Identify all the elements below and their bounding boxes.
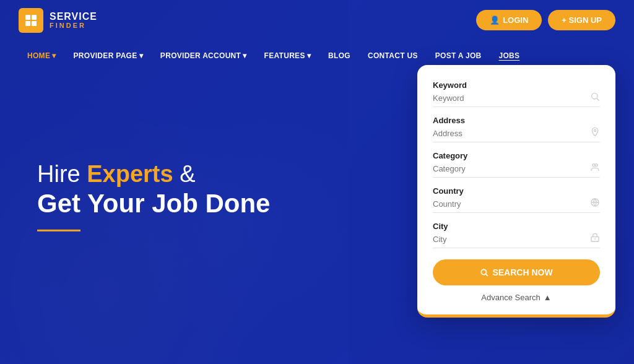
search-btn-label: SEARCH NOW (492, 267, 552, 277)
country-input[interactable] (433, 198, 590, 210)
hero-title-line2: Get Your Job Done (37, 189, 270, 219)
login-icon: 👤 (490, 15, 500, 25)
city-label: City (433, 222, 600, 231)
svg-line-5 (597, 98, 599, 101)
hero-prefix: Hire (37, 161, 87, 187)
category-field: Category (433, 151, 600, 178)
nav-jobs[interactable]: JOBS (490, 48, 529, 64)
signup-button[interactable]: + SIGN UP (548, 10, 615, 30)
advance-search-label: Advance Search (481, 293, 540, 302)
search-card: Keyword Address (417, 65, 615, 318)
keyword-label: Keyword (433, 80, 600, 90)
advance-search-link[interactable]: Advance Search ▲ (433, 293, 600, 302)
address-label: Address (433, 116, 600, 125)
nav-home-label: HOME (27, 51, 50, 60)
keyword-input-wrap (433, 92, 600, 107)
signup-label: + SIGN UP (562, 15, 602, 25)
svg-line-13 (486, 274, 488, 276)
hero-divider (37, 230, 80, 232)
search-btn-icon (480, 268, 489, 277)
svg-point-12 (482, 269, 487, 274)
category-input-wrap (433, 162, 600, 178)
nav-features[interactable]: FEATURES ▾ (256, 48, 320, 64)
header: SERVICE FINDER 👤 LOGIN + SIGN UP (0, 0, 634, 40)
nav-jobs-label: JOBS (499, 51, 520, 60)
city-icon (590, 233, 600, 245)
login-button[interactable]: 👤 LOGIN (476, 10, 542, 30)
nav-provider-account-label: PROVIDER ACCOUNT (160, 51, 241, 60)
nav-post-job-label: POST A JOB (435, 51, 482, 60)
hero-suffix: & (173, 161, 196, 187)
header-buttons: 👤 LOGIN + SIGN UP (476, 10, 615, 30)
nav-provider-account[interactable]: PROVIDER ACCOUNT ▾ (152, 48, 256, 64)
hero-title-line1: Hire Experts & (37, 161, 270, 188)
svg-point-6 (594, 129, 596, 131)
search-now-button[interactable]: SEARCH NOW (433, 259, 600, 285)
svg-rect-3 (32, 21, 37, 26)
nav-home[interactable]: HOME ▾ (19, 48, 65, 64)
svg-rect-2 (25, 21, 30, 26)
nav-blog[interactable]: BLOG (319, 48, 359, 64)
advance-search-icon: ▲ (544, 293, 552, 302)
svg-point-8 (595, 164, 597, 167)
logo-finder-text: FINDER (50, 22, 97, 29)
hero-section: SERVICE FINDER 👤 LOGIN + SIGN UP HOME ▾ … (0, 0, 634, 364)
category-label: Category (433, 151, 600, 160)
hero-content: Hire Experts & Get Your Job Done (37, 161, 270, 232)
nav-contact-label: CONTACT US (368, 51, 418, 60)
city-field: City (433, 222, 600, 248)
logo-icon (19, 8, 43, 33)
keyword-input[interactable] (433, 92, 590, 104)
svg-rect-0 (25, 15, 30, 20)
nav-home-chevron: ▾ (52, 51, 56, 60)
nav-provider-page-label: PROVIDER PAGE (74, 51, 137, 60)
country-label: Country (433, 186, 600, 196)
keyword-icon (590, 92, 600, 104)
nav-blog-label: BLOG (328, 51, 350, 60)
nav-contact[interactable]: CONTACT US (359, 48, 427, 64)
category-icon (590, 162, 600, 175)
nav-features-label: FEATURES (264, 51, 305, 60)
logo[interactable]: SERVICE FINDER (19, 8, 97, 33)
logo-text: SERVICE FINDER (50, 11, 97, 30)
svg-point-4 (592, 93, 597, 99)
country-input-wrap (433, 197, 600, 213)
address-input[interactable] (433, 128, 590, 139)
nav-provider-account-chevron: ▾ (243, 51, 246, 60)
nav-provider-page-chevron: ▾ (139, 51, 143, 60)
login-label: LOGIN (503, 15, 528, 25)
keyword-field: Keyword (433, 80, 600, 107)
logo-service-text: SERVICE (50, 11, 97, 22)
nav-features-chevron: ▾ (307, 51, 311, 60)
address-input-wrap (433, 127, 600, 142)
svg-rect-1 (32, 15, 37, 20)
nav-provider-page[interactable]: PROVIDER PAGE ▾ (65, 48, 152, 64)
city-input[interactable] (433, 233, 590, 245)
city-input-wrap (433, 233, 600, 248)
address-icon (590, 127, 600, 139)
category-input[interactable] (433, 163, 590, 175)
country-field: Country (433, 186, 600, 213)
address-field: Address (433, 116, 600, 142)
country-icon (590, 197, 600, 210)
nav-post-job[interactable]: POST A JOB (427, 48, 490, 64)
hero-highlight: Experts (87, 161, 173, 187)
